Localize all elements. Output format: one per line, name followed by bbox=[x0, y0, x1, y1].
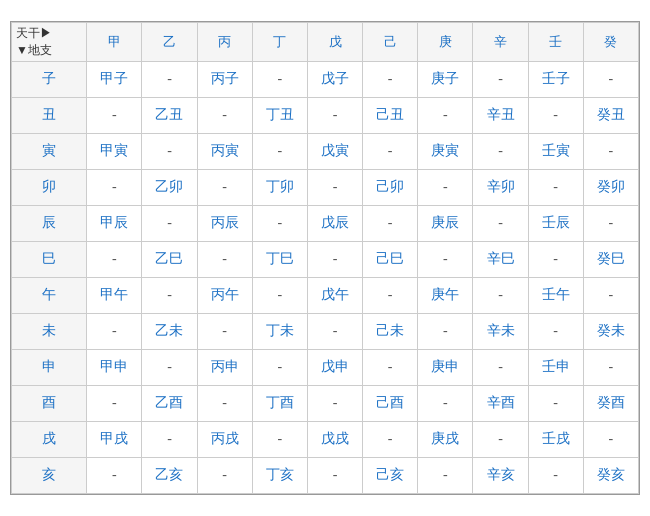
cell-5-8: - bbox=[528, 241, 583, 277]
cell-9-5: 己酉 bbox=[363, 385, 418, 421]
cell-0-6: 庚子 bbox=[418, 61, 473, 97]
cell-9-7: 辛酉 bbox=[473, 385, 528, 421]
dizhi-7: 未 bbox=[12, 313, 87, 349]
table-row: 子甲子-丙子-戊子-庚子-壬子- bbox=[12, 61, 639, 97]
cell-5-9: 癸巳 bbox=[583, 241, 638, 277]
cell-2-9: - bbox=[583, 133, 638, 169]
cell-7-0: - bbox=[87, 313, 142, 349]
cell-5-7: 辛巳 bbox=[473, 241, 528, 277]
cell-5-4: - bbox=[307, 241, 362, 277]
cell-2-0: 甲寅 bbox=[87, 133, 142, 169]
cell-3-2: - bbox=[197, 169, 252, 205]
cell-0-8: 壬子 bbox=[528, 61, 583, 97]
cell-9-1: 乙酉 bbox=[142, 385, 197, 421]
dizhi-3: 卯 bbox=[12, 169, 87, 205]
cell-7-7: 辛未 bbox=[473, 313, 528, 349]
cell-5-6: - bbox=[418, 241, 473, 277]
ganzhi-table: 天干▶ ▼地支 甲乙丙丁戊己庚辛壬癸 子甲子-丙子-戊子-庚子-壬子-丑-乙丑-… bbox=[11, 22, 639, 494]
cell-10-5: - bbox=[363, 421, 418, 457]
cell-2-2: 丙寅 bbox=[197, 133, 252, 169]
cell-4-7: - bbox=[473, 205, 528, 241]
cell-1-8: - bbox=[528, 97, 583, 133]
cell-0-9: - bbox=[583, 61, 638, 97]
cell-4-2: 丙辰 bbox=[197, 205, 252, 241]
cell-9-0: - bbox=[87, 385, 142, 421]
cell-4-6: 庚辰 bbox=[418, 205, 473, 241]
cell-5-1: 乙巳 bbox=[142, 241, 197, 277]
table-row: 寅甲寅-丙寅-戊寅-庚寅-壬寅- bbox=[12, 133, 639, 169]
cell-11-7: 辛亥 bbox=[473, 457, 528, 493]
cell-3-0: - bbox=[87, 169, 142, 205]
cell-6-1: - bbox=[142, 277, 197, 313]
cell-3-3: 丁卯 bbox=[252, 169, 307, 205]
cell-1-6: - bbox=[418, 97, 473, 133]
cell-2-8: 壬寅 bbox=[528, 133, 583, 169]
cell-6-4: 戊午 bbox=[307, 277, 362, 313]
cell-10-7: - bbox=[473, 421, 528, 457]
cell-11-1: 乙亥 bbox=[142, 457, 197, 493]
cell-6-9: - bbox=[583, 277, 638, 313]
cell-6-2: 丙午 bbox=[197, 277, 252, 313]
cell-7-6: - bbox=[418, 313, 473, 349]
tiangan-header-2: 丙 bbox=[197, 23, 252, 62]
table-row: 辰甲辰-丙辰-戊辰-庚辰-壬辰- bbox=[12, 205, 639, 241]
cell-4-1: - bbox=[142, 205, 197, 241]
cell-6-6: 庚午 bbox=[418, 277, 473, 313]
cell-11-8: - bbox=[528, 457, 583, 493]
cell-5-2: - bbox=[197, 241, 252, 277]
main-table-wrapper: 天干▶ ▼地支 甲乙丙丁戊己庚辛壬癸 子甲子-丙子-戊子-庚子-壬子-丑-乙丑-… bbox=[10, 21, 640, 495]
table-row: 亥-乙亥-丁亥-己亥-辛亥-癸亥 bbox=[12, 457, 639, 493]
cell-8-7: - bbox=[473, 349, 528, 385]
cell-4-3: - bbox=[252, 205, 307, 241]
cell-11-3: 丁亥 bbox=[252, 457, 307, 493]
tiangan-header-1: 乙 bbox=[142, 23, 197, 62]
cell-11-4: - bbox=[307, 457, 362, 493]
dizhi-6: 午 bbox=[12, 277, 87, 313]
cell-7-4: - bbox=[307, 313, 362, 349]
table-row: 巳-乙巳-丁巳-己巳-辛巳-癸巳 bbox=[12, 241, 639, 277]
cell-9-4: - bbox=[307, 385, 362, 421]
table-row: 酉-乙酉-丁酉-己酉-辛酉-癸酉 bbox=[12, 385, 639, 421]
dizhi-4: 辰 bbox=[12, 205, 87, 241]
tiangan-header-0: 甲 bbox=[87, 23, 142, 62]
table-row: 未-乙未-丁未-己未-辛未-癸未 bbox=[12, 313, 639, 349]
cell-11-2: - bbox=[197, 457, 252, 493]
cell-10-1: - bbox=[142, 421, 197, 457]
cell-4-5: - bbox=[363, 205, 418, 241]
cell-0-4: 戊子 bbox=[307, 61, 362, 97]
table-row: 卯-乙卯-丁卯-己卯-辛卯-癸卯 bbox=[12, 169, 639, 205]
cell-11-0: - bbox=[87, 457, 142, 493]
cell-7-8: - bbox=[528, 313, 583, 349]
cell-0-5: - bbox=[363, 61, 418, 97]
cell-9-3: 丁酉 bbox=[252, 385, 307, 421]
cell-10-8: 壬戌 bbox=[528, 421, 583, 457]
cell-6-3: - bbox=[252, 277, 307, 313]
cell-10-0: 甲戌 bbox=[87, 421, 142, 457]
cell-2-4: 戊寅 bbox=[307, 133, 362, 169]
table-row: 戌甲戌-丙戌-戊戌-庚戌-壬戌- bbox=[12, 421, 639, 457]
tiangan-header-4: 戊 bbox=[307, 23, 362, 62]
cell-6-5: - bbox=[363, 277, 418, 313]
cell-1-7: 辛丑 bbox=[473, 97, 528, 133]
cell-7-9: 癸未 bbox=[583, 313, 638, 349]
cell-9-8: - bbox=[528, 385, 583, 421]
cell-9-6: - bbox=[418, 385, 473, 421]
tiangan-header-5: 己 bbox=[363, 23, 418, 62]
cell-11-5: 己亥 bbox=[363, 457, 418, 493]
cell-1-2: - bbox=[197, 97, 252, 133]
cell-3-4: - bbox=[307, 169, 362, 205]
cell-1-4: - bbox=[307, 97, 362, 133]
dizhi-5: 巳 bbox=[12, 241, 87, 277]
cell-0-2: 丙子 bbox=[197, 61, 252, 97]
cell-4-0: 甲辰 bbox=[87, 205, 142, 241]
cell-3-8: - bbox=[528, 169, 583, 205]
cell-5-5: 己巳 bbox=[363, 241, 418, 277]
cell-8-3: - bbox=[252, 349, 307, 385]
cell-1-9: 癸丑 bbox=[583, 97, 638, 133]
tiangan-header-3: 丁 bbox=[252, 23, 307, 62]
table-row: 丑-乙丑-丁丑-己丑-辛丑-癸丑 bbox=[12, 97, 639, 133]
cell-1-5: 己丑 bbox=[363, 97, 418, 133]
cell-7-5: 己未 bbox=[363, 313, 418, 349]
cell-7-3: 丁未 bbox=[252, 313, 307, 349]
cell-2-7: - bbox=[473, 133, 528, 169]
